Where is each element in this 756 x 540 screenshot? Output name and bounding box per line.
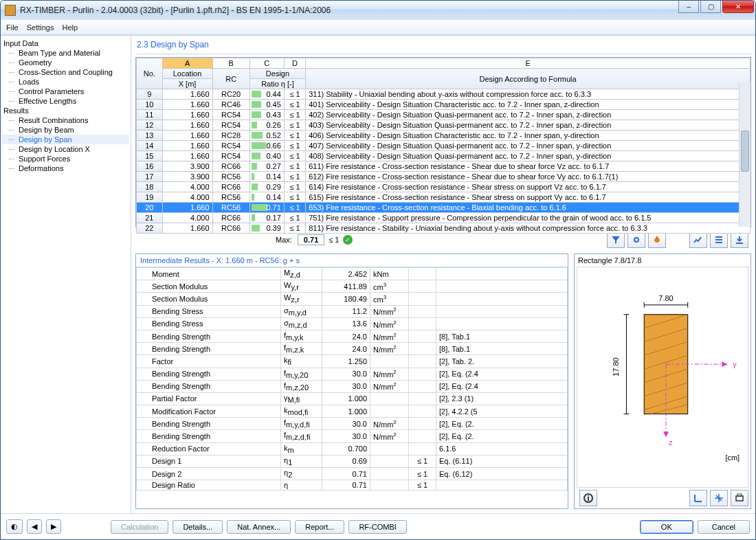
table-row[interactable]: 173.900RC560.14≤ 1612) Fire resistance -… (137, 172, 751, 182)
inter-row[interactable]: Modification Factorkmod,fi1.000[2], 4.2.… (137, 405, 568, 418)
table-row[interactable]: 121.660RC540.26≤ 1403) Serviceability - … (137, 120, 751, 131)
rf-combi-button[interactable]: RF-COMBI (348, 520, 406, 534)
graph-icon[interactable] (689, 232, 707, 248)
titlebar: RX-TIMBER - Purlin - 2.04.0003 (32bit) -… (1, 1, 755, 20)
inter-row[interactable]: Bending Strengthfm,z,d,fi30.0N/mm2[2], E… (137, 430, 568, 442)
inter-row[interactable]: Design 1η10.69≤ 1Eq. (6.11) (137, 455, 568, 467)
table-row[interactable]: 101.660RC460.45≤ 1401) Serviceability - … (137, 100, 751, 110)
inter-row[interactable]: Partial FactorγM,fi1.000[2], 2.3 (1) (137, 392, 568, 405)
nat-annex-button[interactable]: Nat. Annex... (227, 520, 291, 534)
tree-item[interactable]: Design by Beam (2, 125, 129, 135)
settings-icon[interactable] (627, 232, 645, 248)
inter-row[interactable]: Bending Strengthfm,y,d,fi30.0N/mm2[2], E… (137, 418, 568, 430)
view3d-icon[interactable] (710, 490, 728, 506)
calculation-button[interactable]: Calculation (111, 520, 168, 534)
tree-item[interactable]: Cross-Section and Coupling (2, 67, 129, 77)
table-row[interactable]: 91.660RC200.44≤ 1311) Stability - Uniaxi… (137, 89, 751, 100)
max-value: 0.71 (298, 234, 324, 245)
table-row[interactable]: 221.660RC660.39≤ 1811) Fire resistance -… (137, 223, 751, 234)
prev-button[interactable]: ◀ (27, 519, 42, 534)
help-button[interactable]: ◐ (6, 519, 23, 534)
col-letter-e[interactable]: E (306, 58, 751, 69)
filter-icon[interactable] (607, 232, 625, 248)
dim-width: 7.80 (658, 294, 673, 302)
col-ratio: Ratio η [-] (249, 79, 305, 89)
svg-marker-19 (663, 431, 669, 437)
col-design: Design (249, 69, 305, 79)
col-x: X [m] (162, 79, 212, 89)
tree-results[interactable]: Results (2, 106, 129, 115)
max-label: Max: (276, 236, 292, 244)
inter-row[interactable]: Bending Strengthfm,y,k24.0N/mm2[8], Tab.… (137, 330, 568, 342)
tree-item[interactable]: Result Combinations (2, 115, 129, 125)
table-row[interactable]: 131.660RC280.52≤ 1406) Serviceability - … (137, 131, 751, 141)
table-row[interactable]: 111.660RC540.43≤ 1402) Serviceability - … (137, 110, 751, 120)
table-row[interactable]: 194.000RC560.14≤ 1615) Fire resistance -… (137, 192, 751, 203)
tree-item[interactable]: Design by Span (2, 135, 129, 144)
col-letter-c[interactable]: C (249, 58, 284, 69)
menu-help[interactable]: Help (62, 23, 78, 32)
report-button[interactable]: Report... (295, 520, 344, 534)
results-table[interactable]: No. A B C D E Location RC Design Design … (135, 57, 751, 227)
list-icon[interactable] (710, 232, 728, 248)
color-icon[interactable] (648, 232, 666, 248)
table-row[interactable]: 151.660RC540.40≤ 1408) Serviceability - … (137, 151, 751, 161)
tree-item[interactable]: Loads (2, 77, 129, 87)
inter-row[interactable]: Bending Stressσm,y,d11.2N/mm2 (137, 305, 568, 317)
minimize-button[interactable]: – (678, 1, 699, 13)
dim-height: 17.80 (612, 357, 620, 376)
vertical-scrollbar[interactable] (739, 82, 751, 227)
tree-item[interactable]: Deformations (2, 164, 129, 173)
svg-point-0 (634, 238, 638, 242)
table-row[interactable]: 214.000RC660.17≤ 1751) Fire resistance -… (137, 213, 751, 223)
menu-settings[interactable]: Settings (27, 23, 54, 32)
inter-row[interactable]: Design Ratioη0.71≤ 1 (137, 480, 568, 491)
table-row[interactable]: 163.900RC660.27≤ 1611) Fire resistance -… (137, 161, 751, 172)
tree-item[interactable]: Support Forces (2, 154, 129, 164)
svg-marker-17 (722, 361, 727, 367)
inter-row[interactable]: Bending Stressσm,z,d13.6N/mm2 (137, 317, 568, 330)
tree-item[interactable]: Effective Lengths (2, 96, 129, 106)
inter-row[interactable]: Section ModulusWy,r411.89cm3 (137, 280, 568, 293)
intermediate-table[interactable]: MomentMz,d2.452kNmSection ModulusWy,r411… (136, 267, 568, 508)
tree-input-data[interactable]: Input Data (2, 38, 129, 48)
col-no-header: No. (137, 58, 163, 89)
inter-row[interactable]: Bending Strengthfm,y,2030.0N/mm2[2], Eq.… (137, 368, 568, 380)
col-letter-a[interactable]: A (162, 58, 212, 69)
nav-tree: Input Data Beam Type and MaterialGeometr… (1, 36, 131, 513)
maximize-button[interactable]: ▢ (700, 1, 721, 13)
tree-item[interactable]: Design by Location X (2, 144, 129, 154)
svg-text:i: i (587, 494, 589, 502)
col-letter-d[interactable]: D (284, 58, 305, 69)
export-icon[interactable] (731, 232, 748, 248)
table-row[interactable]: 184.000RC660.29≤ 1614) Fire resistance -… (137, 182, 751, 192)
tree-item[interactable]: Geometry (2, 58, 129, 67)
table-row[interactable]: 201.660RC560.71≤ 1653) Fire resistance -… (137, 203, 751, 213)
axis-y: y (733, 360, 737, 368)
inter-row[interactable]: Reduction Factorkm0.7006.1.6 (137, 442, 568, 455)
cancel-button[interactable]: Cancel (698, 520, 750, 534)
ok-button[interactable]: OK (640, 520, 693, 534)
inter-row[interactable]: Bending Strengthfm,z,k24.0N/mm2[8], Tab.… (137, 343, 568, 355)
print-icon[interactable] (731, 490, 748, 506)
col-letter-b[interactable]: B (212, 58, 249, 69)
inter-row[interactable]: Design 2η20.71≤ 1Eq. (6.12) (137, 468, 568, 480)
inter-row[interactable]: Section ModulusWz,r180.49cm3 (137, 293, 568, 305)
close-button[interactable]: ✕ (722, 1, 754, 13)
next-button[interactable]: ▶ (46, 519, 61, 534)
check-ok-icon: ✓ (343, 235, 353, 245)
details-button[interactable]: Details... (173, 520, 223, 534)
section-title: 2.3 Design by Span (135, 38, 751, 54)
inter-row[interactable]: Bending Strengthfm,z,2030.0N/mm2[2], Eq.… (137, 380, 568, 392)
window-title: RX-TIMBER - Purlin - 2.04.0003 (32bit) -… (20, 5, 331, 15)
table-row[interactable]: 141.660RC540.66≤ 1407) Serviceability - … (137, 141, 751, 151)
inter-row[interactable]: Factorkfi1.250[2], Tab. 2. (137, 355, 568, 368)
tree-item[interactable]: Beam Type and Material (2, 48, 129, 58)
col-formula: Design According to Formula (306, 69, 751, 89)
menu-file[interactable]: File (6, 23, 19, 32)
tree-item[interactable]: Control Parameters (2, 87, 129, 96)
inter-row[interactable]: MomentMz,d2.452kNm (137, 268, 568, 280)
axis-icon[interactable] (689, 490, 707, 506)
svg-rect-23 (737, 494, 742, 496)
info-icon[interactable]: i (579, 490, 597, 506)
